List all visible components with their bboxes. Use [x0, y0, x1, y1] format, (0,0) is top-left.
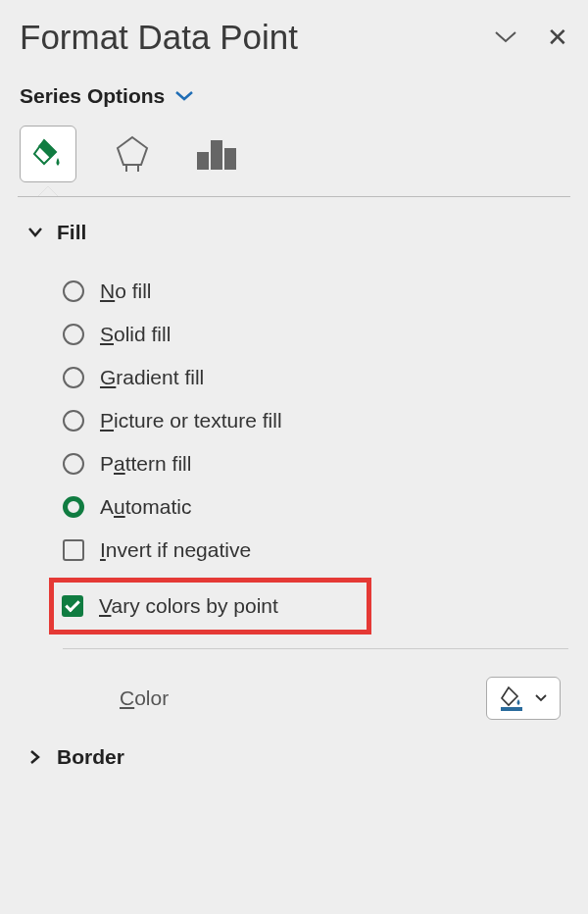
radio-icon: [63, 324, 84, 345]
option-label: No fill: [100, 279, 152, 303]
category-toolbar: [20, 126, 568, 196]
radio-automatic[interactable]: Automatic: [63, 485, 568, 529]
pane-header: Format Data Point ✕: [20, 18, 568, 57]
chevron-down-icon: [534, 693, 548, 703]
pentagon-icon: [115, 134, 150, 174]
pane-title: Format Data Point: [20, 18, 298, 57]
radio-icon: [63, 410, 84, 432]
series-options-label: Series Options: [20, 84, 165, 108]
color-picker-button[interactable]: [486, 677, 561, 720]
option-label: Picture or texture fill: [100, 409, 282, 432]
checkbox-icon: [62, 595, 83, 617]
radio-icon: [63, 453, 84, 475]
paint-bucket-icon: [30, 136, 66, 172]
radio-picture-fill[interactable]: Picture or texture fill: [63, 399, 568, 442]
option-label: Gradient fill: [100, 366, 204, 389]
checkbox-vary-colors[interactable]: Vary colors by point: [62, 590, 278, 622]
chevron-down-icon: [174, 90, 194, 102]
header-controls: ✕: [494, 25, 568, 50]
option-label: Invert if negative: [100, 538, 251, 562]
radio-icon: [63, 280, 84, 302]
fill-options: No fill Solid fill Gradient fill Picture…: [20, 252, 568, 737]
color-row: Color: [63, 648, 568, 737]
radio-solid-fill[interactable]: Solid fill: [63, 313, 568, 356]
svg-rect-3: [197, 152, 209, 170]
option-label: Automatic: [100, 495, 191, 519]
collapse-chevron-icon[interactable]: [494, 30, 517, 44]
radio-icon: [63, 367, 84, 388]
radio-pattern-fill[interactable]: Pattern fill: [63, 442, 568, 485]
color-label: Color: [120, 686, 169, 710]
border-section-title: Border: [57, 745, 124, 769]
divider: [18, 196, 570, 197]
radio-icon: [63, 496, 84, 518]
svg-rect-6: [501, 707, 522, 711]
option-label: Vary colors by point: [99, 594, 278, 618]
fill-section-header[interactable]: Fill: [20, 213, 568, 252]
close-icon[interactable]: ✕: [547, 25, 568, 50]
fill-color-icon: [499, 686, 524, 711]
option-label: Pattern fill: [100, 452, 191, 476]
checkbox-invert-negative[interactable]: Invert if negative: [63, 529, 568, 572]
radio-no-fill[interactable]: No fill: [63, 270, 568, 313]
radio-gradient-fill[interactable]: Gradient fill: [63, 356, 568, 399]
highlight-annotation: Vary colors by point: [49, 578, 371, 635]
svg-marker-0: [118, 137, 147, 165]
svg-rect-4: [211, 140, 222, 170]
border-section-header[interactable]: Border: [20, 737, 568, 777]
chevron-down-icon: [27, 225, 43, 240]
fill-section-title: Fill: [57, 221, 86, 244]
series-options-tab[interactable]: [188, 126, 245, 182]
chevron-right-icon: [27, 749, 43, 765]
bar-chart-icon: [195, 136, 238, 172]
effects-tab[interactable]: [104, 126, 161, 182]
option-label: Solid fill: [100, 323, 171, 346]
fill-line-tab[interactable]: [20, 126, 76, 182]
checkbox-icon: [63, 539, 84, 561]
svg-rect-5: [224, 148, 236, 170]
series-options-dropdown[interactable]: Series Options: [20, 84, 568, 108]
